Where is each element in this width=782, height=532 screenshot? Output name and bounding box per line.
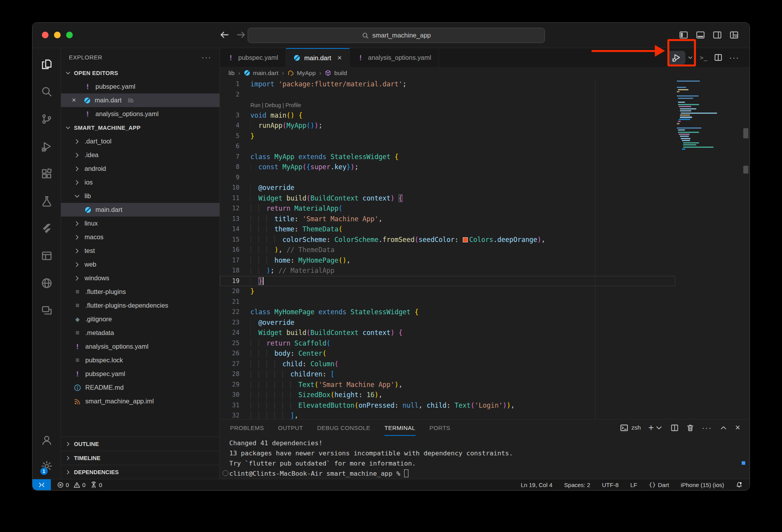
code-line[interactable]: 18 ); // MaterialApp — [220, 265, 750, 276]
code-line[interactable]: 16 ), // ThemeData — [220, 245, 750, 255]
close-window-button[interactable] — [42, 32, 49, 38]
tree-file-main.dart[interactable]: main.dart — [61, 203, 219, 217]
codelens-actions[interactable]: Run | Debug | Profile — [250, 102, 301, 108]
code-line[interactable]: 25 return Scaffold( — [220, 338, 750, 349]
toggle-panel-icon[interactable] — [696, 30, 705, 39]
split-terminal-icon[interactable] — [671, 424, 679, 432]
status-item-bell[interactable] — [736, 482, 742, 488]
sidebar-section-timeline[interactable]: TIMELINE — [61, 451, 219, 465]
command-decoration-icon[interactable] — [223, 470, 228, 476]
kill-terminal-icon[interactable] — [686, 424, 694, 432]
breadcrumb-item-main.dart[interactable]: main.dart — [244, 70, 279, 77]
tree-file-analysis_options.yaml[interactable]: !analysis_options.yaml — [61, 340, 219, 353]
status-warning[interactable]: 0 — [74, 482, 85, 488]
navigate-back-icon[interactable] — [219, 30, 230, 40]
tree-folder-ios[interactable]: ios — [61, 176, 219, 189]
tree-folder-linux[interactable]: linux — [61, 217, 219, 230]
code-line[interactable]: 28 children: [ — [220, 369, 750, 380]
tree-folder-windows[interactable]: windows — [61, 271, 219, 285]
status-item-ln-19-col-4[interactable]: Ln 19, Col 4 — [521, 482, 552, 488]
code-line[interactable]: 24 Widget build(BuildContext context) { — [220, 328, 750, 338]
activity-item-extensions[interactable] — [41, 160, 52, 187]
project-section-header[interactable]: SMART_MACHINE_APP — [61, 121, 219, 134]
maximize-window-button[interactable] — [66, 32, 73, 38]
minimap[interactable] — [677, 81, 735, 150]
panel-tab-terminal[interactable]: TERMINAL — [385, 419, 415, 436]
code-line[interactable]: 14 theme: ThemeData( — [220, 224, 750, 235]
customize-layout-icon[interactable] — [730, 30, 739, 39]
close-panel-icon[interactable]: × — [735, 423, 740, 433]
navigate-forward-icon[interactable] — [236, 30, 246, 40]
tab-main.dart[interactable]: main.dart× — [286, 48, 350, 67]
tree-folder-macos[interactable]: macos — [61, 230, 219, 244]
open-editors-section-header[interactable]: OPEN EDITORS — [61, 66, 219, 80]
tree-file-.flutter-plugins[interactable]: ≡.flutter-plugins — [61, 285, 219, 299]
code-line[interactable]: 1import 'package:flutter/material.dart'; — [220, 79, 750, 90]
open-editor-item[interactable]: !analysis_options.yaml — [61, 107, 219, 121]
code-line[interactable]: 7class MyApp extends StatelessWidget { — [220, 152, 750, 162]
tree-file-smart_machine_app.iml[interactable]: smart_machine_app.iml — [61, 394, 219, 408]
status-error[interactable]: 0 — [57, 482, 69, 488]
code-line[interactable]: 11 Widget build(BuildContext context) { — [220, 193, 750, 204]
split-editor-icon[interactable] — [714, 53, 723, 62]
tree-folder-android[interactable]: android — [61, 162, 219, 176]
tab-pubspec.yaml[interactable]: !pubspec.yaml — [220, 48, 286, 67]
status-item-dart[interactable]: Dart — [649, 482, 669, 488]
breadcrumb-item-lib[interactable]: lib — [228, 70, 235, 77]
maximize-panel-icon[interactable] — [719, 424, 728, 432]
code-line[interactable]: 31 ElevatedButton(onPressed: null, child… — [220, 400, 750, 411]
sidebar-section-dependencies[interactable]: DEPENDENCIES — [61, 465, 219, 479]
toggle-primary-sidebar-icon[interactable] — [679, 30, 688, 39]
terminal-output[interactable]: Changed 41 dependencies!13 packages have… — [220, 436, 750, 479]
code-line[interactable]: 13 title: 'Smart Machine App', — [220, 214, 750, 224]
code-line[interactable]: 8 const MyApp({super.key}); — [220, 162, 750, 172]
activity-item-remote-explorer[interactable] — [41, 297, 52, 324]
code-line[interactable]: 26 body: Center( — [220, 348, 750, 359]
scrollbar-mark[interactable] — [743, 128, 748, 138]
code-line[interactable]: 15 colorScheme: ColorScheme.fromSeed(see… — [220, 235, 750, 245]
explorer-more-actions-icon[interactable]: ··· — [201, 53, 212, 62]
breadcrumb-item-build[interactable]: build — [325, 70, 347, 77]
editor-more-actions-icon[interactable]: ··· — [729, 53, 739, 62]
status-item-lf[interactable]: LF — [630, 482, 637, 488]
code-line[interactable]: 3void main() { — [220, 110, 750, 121]
close-editor-icon[interactable]: × — [68, 96, 80, 104]
code-line[interactable]: 29 Text('Smart Machine App'), — [220, 380, 750, 390]
open-editor-item[interactable]: !pubspec.yaml — [61, 80, 219, 93]
panel-more-actions-icon[interactable]: ··· — [702, 423, 712, 432]
activity-item-widget-board[interactable] — [41, 242, 52, 269]
breadcrumb-item-MyApp[interactable]: MyApp — [288, 70, 316, 77]
activity-item-search[interactable] — [41, 78, 52, 105]
activity-item-explorer[interactable] — [41, 50, 52, 78]
status-broadcast[interactable]: 0 — [90, 482, 102, 488]
tree-file-.metadata[interactable]: ≡.metadata — [61, 326, 219, 340]
tree-folder-.dart_tool[interactable]: .dart_tool — [61, 134, 219, 148]
panel-tab-debug-console[interactable]: DEBUG CONSOLE — [317, 419, 370, 436]
status-item-utf-8[interactable]: UTF-8 — [602, 482, 619, 488]
terminal-shell-selector[interactable]: zsh — [620, 424, 641, 432]
code-line[interactable]: 4 runApp(MyApp()); — [220, 120, 750, 131]
tree-folder-test[interactable]: test — [61, 244, 219, 258]
code-line[interactable]: Run | Debug | Profile — [220, 100, 750, 110]
problems-status[interactable]: 000 — [57, 482, 102, 488]
code-line[interactable]: 32 ], — [220, 410, 750, 419]
code-line[interactable]: 30 SizedBox(height: 16), — [220, 390, 750, 400]
activity-item-run-debug[interactable] — [41, 133, 52, 160]
tree-folder-.idea[interactable]: .idea — [61, 148, 219, 162]
code-line[interactable]: 6 — [220, 141, 750, 152]
sidebar-section-outline[interactable]: OUTLINE — [61, 437, 219, 451]
code-line[interactable]: 10 @override — [220, 183, 750, 193]
code-line[interactable]: 12 return MaterialApp( — [220, 203, 750, 214]
panel-tab-ports[interactable]: PORTS — [430, 419, 450, 436]
code-editor[interactable]: 1import 'package:flutter/material.dart';… — [220, 79, 750, 419]
open-terminal-icon[interactable]: >_ — [700, 54, 707, 61]
tree-folder-web[interactable]: web — [61, 258, 219, 271]
toggle-secondary-sidebar-icon[interactable] — [713, 30, 722, 39]
activity-item-testing[interactable] — [41, 187, 52, 215]
close-tab-icon[interactable]: × — [338, 54, 342, 62]
activity-item-source-control[interactable] — [41, 105, 52, 133]
code-line[interactable]: 20} — [220, 286, 750, 297]
tree-file-README.md[interactable]: README.md — [61, 381, 219, 394]
tree-file-pubspec.lock[interactable]: ≡pubspec.lock — [61, 353, 219, 367]
tree-folder-lib[interactable]: lib — [61, 189, 219, 203]
